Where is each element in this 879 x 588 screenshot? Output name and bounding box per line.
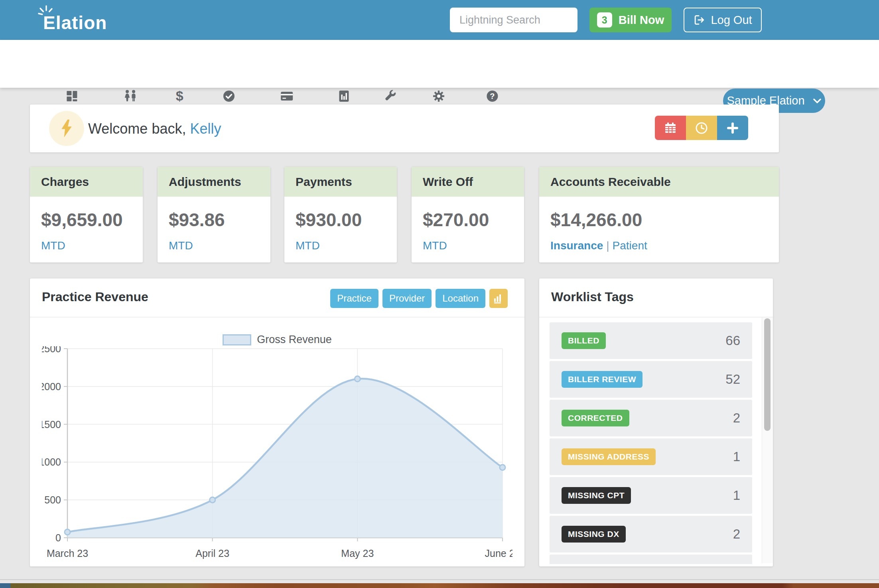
gross-revenue-area-chart: 05001000150020002500March 23April 23May … [42, 346, 512, 564]
stat-title: Adjustments [158, 167, 270, 197]
clock-button[interactable] [686, 116, 717, 140]
tag-count: 52 [725, 372, 740, 387]
chart-legend[interactable]: Gross Revenue [30, 333, 524, 346]
location-filter-button[interactable]: Location [436, 289, 485, 308]
legend-swatch [223, 334, 251, 345]
tag-badge: MISSING ADDRESS [562, 448, 656, 465]
user-name-link[interactable]: Kelly [190, 120, 221, 137]
svg-text:2000: 2000 [42, 381, 61, 392]
logout-button[interactable]: Log Out [684, 8, 762, 32]
svg-text:2500: 2500 [42, 346, 61, 354]
credit-card-icon [280, 89, 294, 103]
tag-count: 2 [733, 410, 740, 426]
mtd-link[interactable]: MTD [423, 239, 447, 252]
top-header-bar: Elation 3 Bill Now Log Out [0, 0, 879, 40]
panel-divider [30, 317, 524, 318]
worklist-tags-title: Worklist Tags [551, 290, 634, 304]
svg-text:March 23: March 23 [47, 548, 88, 559]
clock-icon [695, 121, 708, 135]
worklist-row-corrected[interactable]: CORRECTED 2 [550, 400, 752, 436]
gear-icon [432, 89, 445, 103]
stat-value: $9,659.00 [41, 209, 123, 231]
tag-badge: MISSING DX [562, 526, 626, 543]
practice-filter-button[interactable]: Practice [330, 289, 378, 308]
svg-text:1500: 1500 [42, 419, 61, 430]
lightning-bolt-icon [49, 111, 84, 146]
tag-count: 1 [733, 449, 740, 464]
welcome-greeting: Welcome back, [88, 120, 190, 137]
practice-revenue-title: Practice Revenue [42, 290, 148, 304]
tag-count: 2 [733, 527, 740, 542]
mtd-link[interactable]: MTD [169, 239, 193, 252]
bill-count-badge: 3 [597, 12, 612, 28]
worklist-row-biller-review[interactable]: BILLER REVIEW 52 [550, 361, 752, 398]
tag-count: 1 [733, 488, 740, 503]
chart-type-button[interactable] [489, 289, 508, 308]
welcome-banner: Welcome back, Kelly [30, 105, 779, 152]
dashboard-icon [65, 89, 79, 103]
welcome-message: Welcome back, Kelly [88, 120, 221, 137]
link-separator: | [603, 239, 612, 252]
stat-card-adjustments: Adjustments $93.86 MTD [158, 167, 270, 262]
ar-links: Insurance|Patient [550, 239, 647, 252]
logout-icon [693, 14, 705, 26]
practice-revenue-panel: Practice Revenue Practice Provider Locat… [30, 278, 524, 566]
wrench-icon [384, 89, 397, 103]
stat-card-charges: Charges $9,659.00 MTD [30, 167, 143, 262]
stat-value: $270.00 [423, 209, 489, 231]
app-window: Elation 3 Bill Now Log Out Dashboard [0, 0, 879, 588]
stat-card-accounts-receivable: Accounts Receivable $14,266.00 Insurance… [539, 167, 779, 262]
search-input[interactable] [450, 8, 577, 32]
scrollbar-track[interactable] [762, 318, 773, 563]
bill-now-button[interactable]: 3 Bill Now [589, 8, 672, 32]
stat-title: Write Off [412, 167, 524, 197]
tag-badge: CORRECTED [562, 410, 629, 426]
bar-chart-icon [493, 293, 504, 304]
stat-card-payments: Payments $930.00 MTD [284, 167, 397, 262]
add-button[interactable] [717, 116, 748, 140]
worklist-row-missing-address[interactable]: MISSING ADDRESS 1 [550, 438, 752, 475]
calendar-button[interactable] [655, 116, 686, 140]
worklist-row-billed[interactable]: BILLED 66 [550, 322, 752, 359]
svg-text:May 23: May 23 [341, 548, 374, 559]
stat-title: Accounts Receivable [539, 167, 779, 197]
worklist-tag-list: BILLED 66 BILLER REVIEW 52 CORRECTED 2 M… [550, 322, 752, 564]
billing-icon: $ [173, 89, 186, 103]
tag-badge: BILLED [562, 332, 606, 349]
svg-text:$: $ [176, 89, 183, 103]
tag-badge: BILLER REVIEW [562, 371, 642, 388]
revenue-filter-buttons: Practice Provider Location [330, 289, 508, 308]
svg-text:1000: 1000 [42, 456, 61, 468]
tag-count: 66 [725, 333, 740, 348]
worklist-tags-panel: Worklist Tags BILLED 66 BILLER REVIEW 52… [539, 278, 773, 566]
worklist-row-missing-dx[interactable]: MISSING DX 2 [550, 516, 752, 552]
stat-value: $930.00 [296, 209, 362, 231]
legend-label: Gross Revenue [257, 333, 332, 346]
chevron-down-icon [813, 98, 822, 104]
spark-icon [37, 4, 55, 19]
stat-value: $93.86 [169, 209, 225, 231]
question-circle-icon: ? [485, 89, 499, 103]
stat-card-write-off: Write Off $270.00 MTD [412, 167, 524, 262]
provider-filter-button[interactable]: Provider [382, 289, 432, 308]
mtd-link[interactable]: MTD [296, 239, 320, 252]
bill-now-label: Bill Now [619, 14, 664, 27]
insurance-link[interactable]: Insurance [550, 239, 603, 252]
svg-text:500: 500 [44, 494, 61, 505]
stat-value: $14,266.00 [550, 209, 642, 231]
stat-title: Charges [30, 167, 143, 197]
stat-title: Payments [284, 167, 397, 197]
elation-logo[interactable]: Elation [43, 12, 107, 34]
svg-text:June 23: June 23 [485, 548, 512, 559]
patient-link[interactable]: Patient [613, 239, 647, 252]
worklist-check-icon [222, 89, 236, 103]
mtd-link[interactable]: MTD [41, 239, 65, 252]
reports-chart-icon [337, 89, 351, 103]
quick-action-buttons [655, 116, 748, 140]
worklist-row-missing-cpt[interactable]: MISSING CPT 1 [550, 477, 752, 514]
scrollbar-thumb[interactable] [764, 318, 771, 431]
tag-badge: MISSING CPT [562, 487, 631, 504]
window-bottom-divider [0, 579, 879, 580]
worklist-row-partial[interactable] [550, 554, 752, 564]
desktop-background-strip [0, 583, 879, 588]
